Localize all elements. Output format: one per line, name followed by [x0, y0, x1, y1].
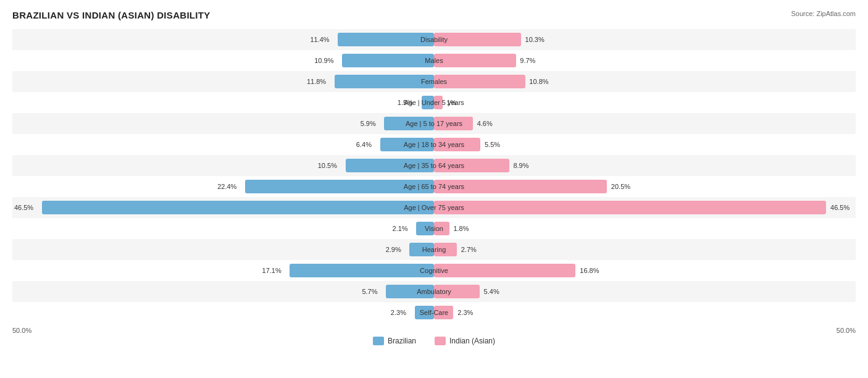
chart-title: BRAZILIAN VS INDIAN (ASIAN) DISABILITY — [12, 10, 211, 20]
bar-center-label: Self-Care — [420, 309, 448, 316]
bar-left-value: 22.4% — [217, 183, 236, 190]
bar-right-value: 1% — [446, 99, 456, 106]
bar-row: Age | 35 to 64 years10.5%8.9% — [12, 155, 856, 176]
bar-left — [338, 33, 434, 46]
bar-center-label: Cognitive — [420, 267, 448, 274]
bar-right-value: 5.4% — [484, 288, 499, 295]
legend-swatch-indian — [435, 337, 446, 345]
bar-right-value: 46.5% — [830, 204, 849, 211]
bar-left — [335, 75, 434, 88]
title-row: BRAZILIAN VS INDIAN (ASIAN) DISABILITY S… — [12, 10, 856, 20]
bar-right — [434, 54, 516, 67]
legend-swatch-brazilian — [373, 337, 384, 345]
bar-right-value: 9.7% — [520, 57, 535, 64]
bar-left-value: 2.3% — [391, 309, 406, 316]
bar-row: Cognitive17.1%16.8% — [12, 260, 856, 281]
bar-row: Vision2.1%1.8% — [12, 218, 856, 239]
bar-center-label: Ambulatory — [417, 288, 451, 295]
bar-left — [42, 201, 434, 214]
bar-right-value: 2.7% — [461, 246, 477, 253]
bar-right-value: 8.9% — [513, 162, 528, 169]
bar-row: Self-Care2.3%2.3% — [12, 302, 856, 323]
legend-label-indian: Indian (Asian) — [449, 337, 495, 345]
bar-right — [434, 264, 575, 277]
bar-right-value: 1.8% — [453, 225, 469, 232]
axis-row: 50.0% 50.0% — [12, 327, 856, 334]
bar-right-value: 2.3% — [457, 309, 473, 316]
bar-left-value: 11.8% — [307, 78, 326, 85]
bar-center-label: Females — [421, 78, 447, 85]
bar-row: Age | 5 to 17 years5.9%4.6% — [12, 113, 856, 134]
bar-center-label: Age | 5 to 17 years — [406, 120, 462, 127]
bar-row: Hearing2.9%2.7% — [12, 239, 856, 260]
bar-right — [434, 201, 826, 214]
bar-right — [434, 75, 525, 88]
bar-left-value: 5.9% — [361, 120, 376, 127]
bar-right-value: 16.8% — [580, 267, 599, 274]
bar-left-value: 10.5% — [318, 162, 337, 169]
bar-left-value: 10.9% — [314, 57, 333, 64]
bar-row: Age | Under 5 years1.5%1% — [12, 92, 856, 113]
bar-center-label: Age | 18 to 34 years — [404, 141, 464, 148]
bar-row: Males10.9%9.7% — [12, 50, 856, 71]
bar-center-label: Hearing — [422, 246, 446, 253]
bar-left-value: 11.4% — [310, 36, 329, 43]
source-label: Source: ZipAtlas.com — [791, 10, 856, 17]
bar-center-label: Males — [425, 57, 443, 64]
bar-right-value: 5.5% — [485, 141, 500, 148]
bar-left-value: 2.1% — [393, 225, 408, 232]
bar-center-label: Disability — [420, 36, 448, 43]
bar-row: Age | 65 to 74 years22.4%20.5% — [12, 176, 856, 197]
bar-row: Disability11.4%10.3% — [12, 29, 856, 50]
bar-left-value: 46.5% — [14, 204, 33, 211]
bar-left — [342, 54, 434, 67]
bar-right-value: 10.8% — [529, 78, 548, 85]
bar-row: Age | 18 to 34 years6.4%5.5% — [12, 134, 856, 155]
page-wrapper: BRAZILIAN VS INDIAN (ASIAN) DISABILITY S… — [12, 10, 856, 345]
bar-row: Females11.8%10.8% — [12, 71, 856, 92]
chart-area: Disability11.4%10.3%Males10.9%9.7%Female… — [12, 29, 856, 323]
legend-row: Brazilian Indian (Asian) — [12, 337, 856, 345]
bar-left-value: 2.9% — [386, 246, 401, 253]
bar-row: Age | Over 75 years46.5%46.5% — [12, 197, 856, 218]
bar-center-label: Age | 35 to 64 years — [404, 162, 464, 169]
bar-right-value: 4.6% — [477, 120, 493, 127]
bar-row: Ambulatory5.7%5.4% — [12, 281, 856, 302]
bar-left — [290, 264, 434, 277]
bar-center-label: Age | Over 75 years — [404, 204, 464, 211]
bar-left-value: 6.4% — [356, 141, 372, 148]
bar-right-value: 10.3% — [525, 36, 545, 43]
bar-left-value: 17.1% — [262, 267, 282, 274]
legend-indian: Indian (Asian) — [435, 337, 495, 345]
legend-label-brazilian: Brazilian — [388, 337, 416, 345]
bar-right-value: 20.5% — [611, 183, 630, 190]
legend-brazilian: Brazilian — [373, 337, 416, 345]
bar-center-label: Vision — [425, 225, 443, 232]
axis-right: 50.0% — [837, 327, 856, 334]
bar-left-value: 5.7% — [362, 288, 377, 295]
bar-center-label: Age | 65 to 74 years — [404, 183, 464, 190]
bar-left-value: 1.5% — [398, 99, 413, 106]
axis-left: 50.0% — [12, 327, 31, 334]
